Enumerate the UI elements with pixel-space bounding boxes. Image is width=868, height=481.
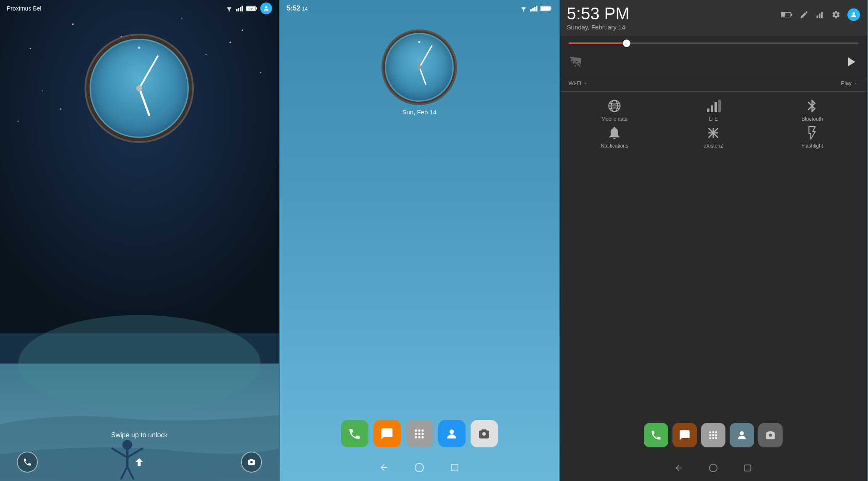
home-clock-widget: Sun, Feb 14: [381, 29, 457, 116]
shade-date-text: Sunday, February 14: [567, 24, 630, 31]
clock-center: [136, 85, 142, 91]
play-button[interactable]: [843, 54, 858, 71]
wifi-label-text: Wi-Fi: [569, 80, 581, 86]
svg-point-80: [712, 437, 715, 439]
svg-rect-23: [236, 9, 238, 11]
wifi-off-icon[interactable]: [569, 56, 582, 68]
svg-rect-24: [238, 8, 239, 11]
shade-phone-icon[interactable]: [644, 423, 668, 447]
svg-point-32: [523, 10, 524, 11]
avatar-icon: [260, 3, 272, 14]
svg-point-14: [60, 108, 61, 110]
svg-rect-28: [256, 7, 257, 10]
contacts-app-icon[interactable]: [438, 420, 466, 447]
svg-rect-38: [550, 7, 551, 10]
shade-avatar[interactable]: [847, 8, 860, 21]
play-label-container: Play: [841, 80, 858, 86]
svg-point-3: [72, 23, 74, 25]
back-icon[interactable]: [379, 462, 389, 473]
svg-rect-34: [532, 8, 534, 11]
brightness-slider[interactable]: [569, 42, 858, 44]
hour-hand-home: [419, 67, 426, 85]
status-bar: Proximus Bel 100: [0, 0, 279, 17]
toggle-lte[interactable]: LTE: [666, 98, 761, 122]
home-signal-icon: [530, 5, 538, 12]
home-nav-bar: [280, 462, 559, 473]
svg-rect-68: [718, 100, 721, 112]
wifi-icon: [225, 5, 233, 12]
shade-chart-icon[interactable]: [815, 10, 825, 19]
wifi-label-container: Wi-Fi: [569, 80, 588, 86]
svg-point-73: [709, 431, 712, 433]
home-screen-panel: 5:52 14: [280, 0, 560, 481]
lte-label: LTE: [709, 116, 718, 122]
status-icons: 100: [225, 3, 272, 14]
notifications-label: Notifications: [601, 143, 628, 149]
svg-point-5: [181, 18, 183, 19]
svg-point-2: [30, 48, 31, 49]
shade-top-icons: +: [781, 5, 860, 21]
camera-button[interactable]: [241, 452, 262, 473]
svg-point-75: [715, 431, 717, 433]
toggle-mobile-data[interactable]: Mobile data: [567, 98, 662, 122]
shade-nav-bar: [560, 463, 867, 473]
svg-point-49: [450, 429, 454, 434]
svg-point-43: [415, 433, 417, 435]
shade-back-icon[interactable]: [674, 463, 683, 473]
svg-rect-67: [715, 102, 717, 112]
lock-screen-panel: Proximus Bel 100: [0, 0, 280, 481]
analog-clock-home: [381, 29, 457, 105]
shade-edit-icon[interactable]: [799, 10, 809, 19]
home-wifi-icon: [519, 5, 528, 12]
messaging-app-icon[interactable]: [373, 420, 401, 447]
phone-button[interactable]: [17, 452, 38, 473]
recents-icon[interactable]: [450, 462, 460, 473]
svg-point-8: [42, 90, 43, 92]
svg-point-59: [852, 12, 855, 15]
shade-settings-icon[interactable]: [831, 10, 841, 19]
svg-point-41: [418, 429, 421, 431]
shade-apps-icon[interactable]: [701, 423, 725, 447]
toggle-notifications[interactable]: Notifications: [567, 125, 662, 149]
shade-recents-icon[interactable]: [743, 463, 752, 473]
camera-app-icon[interactable]: [471, 420, 498, 447]
play-label-text: Play: [841, 80, 852, 86]
svg-text:100: 100: [248, 7, 253, 11]
home-icon[interactable]: [414, 462, 424, 473]
svg-point-12: [242, 30, 243, 31]
toggle-bluetooth[interactable]: Bluetooth: [765, 98, 860, 122]
lock-clock: [85, 34, 194, 143]
svg-rect-26: [241, 6, 243, 12]
shade-header: 5:53 PM Sunday, February 14 +: [560, 0, 867, 36]
svg-point-11: [206, 54, 207, 55]
apps-grid-icon[interactable]: [406, 420, 433, 447]
shade-home-icon[interactable]: [709, 463, 718, 473]
shade-dock: [560, 423, 867, 447]
mobile-data-icon: [607, 98, 622, 114]
brightness-row[interactable]: [560, 36, 867, 51]
svg-point-81: [715, 437, 717, 439]
svg-rect-25: [240, 7, 241, 11]
svg-rect-57: [819, 13, 820, 18]
flashlight-icon: [804, 125, 820, 140]
svg-point-83: [709, 464, 717, 472]
svg-point-22: [228, 10, 230, 11]
toggle-flashlight[interactable]: Flashlight: [765, 125, 860, 149]
brightness-fill: [569, 42, 627, 44]
svg-text:+: +: [792, 13, 793, 16]
shade-messaging-icon[interactable]: [672, 423, 697, 447]
swipe-up-icon[interactable]: [129, 452, 150, 473]
media-row: [560, 51, 867, 78]
svg-point-6: [229, 42, 231, 43]
shade-camera-icon[interactable]: [758, 423, 783, 447]
svg-rect-36: [536, 6, 537, 12]
svg-point-42: [422, 429, 424, 431]
phone-app-icon[interactable]: [341, 420, 368, 447]
svg-point-45: [422, 433, 424, 435]
lock-bottom-bar: [0, 452, 279, 473]
svg-point-46: [415, 436, 417, 438]
existenz-label: eXistenZ: [704, 143, 723, 149]
toggle-existenz[interactable]: eXistenZ: [666, 125, 761, 149]
svg-marker-61: [848, 58, 855, 66]
shade-contacts-icon[interactable]: [730, 423, 754, 447]
